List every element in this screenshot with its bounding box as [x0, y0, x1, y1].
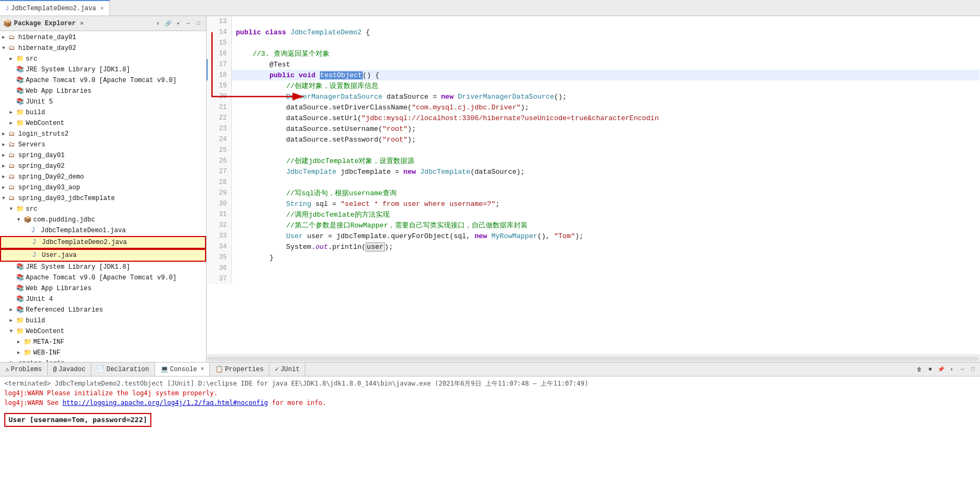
- tree-item-spring-day03-aop[interactable]: ▶ 🗂 spring_day03_aop: [0, 182, 206, 193]
- tree-item-webapp-hib[interactable]: 📚 Web App Libraries: [0, 86, 206, 97]
- line-content[interactable]: //调用jdbcTemlate的方法实现: [231, 209, 979, 220]
- tree-item-build-jdbc[interactable]: ▶ 📁 build: [0, 315, 206, 326]
- tree-item-hibernate-day02[interactable]: ▼ 🗂 hibernate_day02: [0, 43, 206, 54]
- tree-item-spring-day02-demo[interactable]: ▶ 🗂 spring_Day02_demo: [0, 172, 206, 182]
- tab-editor-close[interactable]: ×: [100, 5, 104, 12]
- horizontal-scrollbar[interactable]: [207, 355, 980, 362]
- arrow-icon: ▶: [2, 183, 9, 193]
- tree-item-spring-login[interactable]: ▶ 🗂 spring_login: [0, 358, 206, 362]
- line-content[interactable]: dataSource.setDriverClassName("com.mysql…: [231, 102, 979, 113]
- line-content[interactable]: //3. 查询返回某个对象: [231, 48, 979, 59]
- tree-label: Web App Libraries: [26, 86, 91, 96]
- tab-junit[interactable]: ✓ JUnit: [269, 363, 305, 376]
- line-content[interactable]: [231, 274, 979, 284]
- line-content[interactable]: DriverManagerDataSource dataSource = new…: [231, 91, 979, 102]
- line-content[interactable]: @Test: [231, 59, 979, 70]
- line-content[interactable]: String sql = "select * from user where u…: [231, 198, 979, 209]
- line-number: 19: [207, 80, 231, 91]
- line-content[interactable]: JdbcTemplate jdbcTemplate = new JdbcTemp…: [231, 166, 979, 177]
- line-content[interactable]: dataSource.setPassword("root");: [231, 134, 979, 145]
- line-content[interactable]: //写sql语句，根据username查询: [231, 188, 979, 198]
- tree-item-tomcat-hib[interactable]: 📚 Apache Tomcat v9.0 [Apache Tomcat v9.0…: [0, 75, 206, 86]
- console-terminate-btn[interactable]: ■: [925, 365, 935, 374]
- tree-item-servers[interactable]: ▶ 🗂 Servers: [0, 139, 206, 150]
- tree-item-webapp-jdbc[interactable]: 📚 Web App Libraries: [0, 283, 206, 294]
- tree-item-src-jdbc[interactable]: ▼ 📁 src: [0, 204, 206, 215]
- tab-console-label: Console: [170, 366, 197, 373]
- line-content[interactable]: public class JdbcTemplateDemo2 {: [231, 27, 979, 38]
- code-line-32: 32 //第二个参数是接口RowMapper，需要自己写类实现接口，自己做数据库…: [207, 220, 979, 231]
- tree-item-jdbctemplate-demo2[interactable]: J JdbcTemplateDemo2.java: [0, 236, 206, 249]
- line-content[interactable]: [231, 177, 979, 188]
- line-number: 20: [207, 91, 231, 102]
- tree-item-meta-inf[interactable]: ▶ 📁 META-INF: [0, 337, 206, 348]
- arrow-icon: ▶: [10, 316, 16, 326]
- tree-item-spring-day03-jdbc[interactable]: ▼ 🗂 spring_day03_jdbcTemplate: [0, 193, 206, 204]
- tree-item-jdbctemplate-demo1[interactable]: J JdbcTemplateDemo1.java: [0, 225, 206, 236]
- line-content[interactable]: [231, 263, 979, 274]
- console-url[interactable]: http://logging.apache.org/log4j/1.2/faq.…: [62, 399, 268, 407]
- line-content[interactable]: System.out.println(user);: [231, 241, 979, 252]
- collapse-btn[interactable]: ⬇: [153, 19, 162, 28]
- line-content[interactable]: }: [231, 252, 979, 263]
- link-btn[interactable]: 🔗: [164, 19, 172, 28]
- line-content[interactable]: dataSource.setUsername("root");: [231, 123, 979, 134]
- tab-problems[interactable]: ⚠ Problems: [0, 363, 48, 376]
- tab-declaration[interactable]: 📄 Declaration: [91, 363, 155, 376]
- tab-javadoc[interactable]: @ Javadoc: [48, 363, 92, 376]
- code-line-34: 34 System.out.println(user);: [207, 241, 979, 252]
- sidebar-close-icon[interactable]: ×: [80, 20, 84, 27]
- line-content[interactable]: [231, 16, 979, 27]
- tab-console[interactable]: 💻 Console ×: [155, 363, 210, 376]
- tree-item-tomcat-jdbc[interactable]: 📚 Apache Tomcat v9.0 [Apache Tomcat v9.0…: [0, 272, 206, 283]
- tree-item-reflibs-jdbc[interactable]: ▶ 📚 Referenced Libraries: [0, 305, 206, 315]
- tree-item-jre-hib[interactable]: 📚 JRE System Library [JDK1.8]: [0, 64, 206, 75]
- line-content[interactable]: [231, 38, 979, 48]
- tab-properties[interactable]: 📋 Properties: [210, 363, 269, 376]
- line-content[interactable]: public void testObject() {: [231, 70, 979, 80]
- tree-item-junit-jdbc[interactable]: 📚 JUnit 4: [0, 294, 206, 305]
- tree-item-jre-jdbc[interactable]: 📚 JRE System Library [JDK1.8]: [0, 262, 206, 272]
- tree-label: WebContent: [26, 119, 64, 128]
- line-content[interactable]: [231, 145, 979, 156]
- line-content[interactable]: //创建对象，设置数据库信息: [231, 80, 979, 91]
- line-number: 26: [207, 156, 231, 166]
- maximize-btn[interactable]: □: [194, 19, 203, 28]
- tree-item-login-struts2[interactable]: ▶ 🗂 login_struts2: [0, 129, 206, 139]
- tree-label: Apache Tomcat v9.0 [Apache Tomcat v9.0]: [26, 76, 177, 85]
- lib-icon: 📚: [16, 76, 26, 85]
- tab-editor[interactable]: J JdbcTemplateDemo2.java ×: [0, 0, 110, 16]
- tab-editor-label: JdbcTemplateDemo2.java: [11, 5, 96, 12]
- tree-item-web-inf[interactable]: ▶ 📁 WEB-INF: [0, 348, 206, 358]
- line-content[interactable]: //第二个参数是接口RowMapper，需要自己写类实现接口，自己做数据库封装: [231, 220, 979, 231]
- line-content[interactable]: //创建jdbcTemplate对象，设置数据源: [231, 156, 979, 166]
- console-clear-btn[interactable]: 🗑: [915, 365, 924, 374]
- arrow-icon: ▶: [2, 151, 9, 160]
- tree-item-com-pudding[interactable]: ▼ 📦 com.pudding.jdbc: [0, 215, 206, 225]
- console-open-btn[interactable]: ⬆: [947, 365, 956, 374]
- tree-item-src-hib[interactable]: ▶ 📁 src: [0, 54, 206, 64]
- console-warn1-text: log4j:WARN Please initialize the log4j s…: [4, 389, 217, 397]
- tree-item-hibernate-day01[interactable]: ▶ 🗂 hibernate_day01: [0, 32, 206, 43]
- tab-console-close[interactable]: ×: [201, 366, 204, 372]
- tree-item-junit-hib[interactable]: 📚 JUnit 5: [0, 97, 206, 107]
- menu-btn[interactable]: ▾: [174, 19, 182, 28]
- tree-item-user-java[interactable]: J User.java: [0, 249, 206, 262]
- console-maximize-btn[interactable]: □: [968, 365, 978, 374]
- code-line-16: 16 //3. 查询返回某个对象: [207, 48, 979, 59]
- project-icon: 🗂: [9, 140, 18, 150]
- tree-item-webcontent-jdbc[interactable]: ▼ 📁 WebContent: [0, 326, 206, 337]
- tree-item-spring-day02[interactable]: ▶ 🗂 spring_day02: [0, 161, 206, 172]
- code-content[interactable]: 13 14 public class JdbcTemplateDemo2 { 1…: [207, 16, 980, 355]
- line-number: 30: [207, 198, 231, 209]
- tree-item-spring-day01[interactable]: ▶ 🗂 spring_day01: [0, 150, 206, 161]
- tab-javadoc-label: Javadoc: [58, 366, 85, 373]
- line-content[interactable]: dataSource.setUrl("jdbc:mysql://localhos…: [231, 113, 979, 123]
- line-content[interactable]: User user = jdbcTemplate.queryForObject(…: [231, 231, 979, 241]
- code-line-29: 29 //写sql语句，根据username查询: [207, 188, 979, 198]
- tree-item-build-hib[interactable]: ▶ 📁 build: [0, 107, 206, 118]
- console-minimize-btn[interactable]: —: [957, 365, 967, 374]
- console-pin-btn[interactable]: 📌: [936, 365, 946, 374]
- tree-item-webcontent-hib[interactable]: ▶ 📁 WebContent: [0, 118, 206, 129]
- minimize-btn[interactable]: —: [184, 19, 193, 28]
